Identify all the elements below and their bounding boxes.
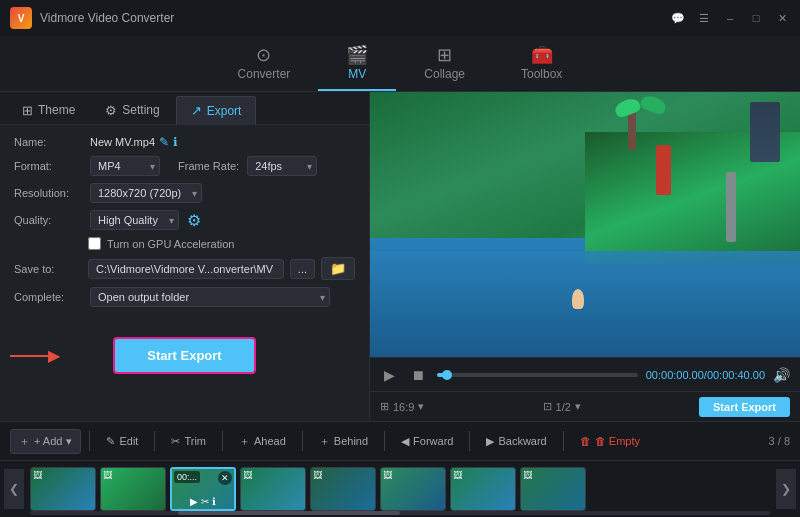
save-label: Save to: xyxy=(14,263,82,275)
player-row2: ⊞ 16:9 ▾ ⊡ 1/2 ▾ Start Export xyxy=(370,391,800,421)
resolution-dropdown[interactable]: 1280x720 (720p) xyxy=(90,183,202,203)
timeline-item-2[interactable]: 🖼 xyxy=(100,467,166,511)
thumb-img-icon-7: 🖼 xyxy=(453,470,462,480)
timeline-item-6[interactable]: 🖼 xyxy=(380,467,446,511)
right-panel: ▶ ⏹ 00:00:00.00/00:00:40.00 🔊 ⊞ 16:9 ▾ ⊡… xyxy=(370,92,800,421)
behind-icon: ＋ xyxy=(319,434,330,449)
close-button[interactable]: ✕ xyxy=(774,10,790,26)
save-row: Save to: ... 📁 xyxy=(14,257,355,280)
quality-label: Quality: xyxy=(14,214,82,226)
complete-row: Complete: Open output folder xyxy=(14,287,355,307)
forward-button[interactable]: ◀ Forward xyxy=(393,431,461,452)
frame-rate-label: Frame Rate: xyxy=(178,160,239,172)
stop-button[interactable]: ⏹ xyxy=(407,365,429,385)
thumb-img-icon-2: 🖼 xyxy=(103,470,112,480)
format-dropdown[interactable]: MP4 xyxy=(90,156,160,176)
forward-label: Forward xyxy=(413,435,453,447)
divider-4 xyxy=(302,431,303,451)
behind-label: Behind xyxy=(334,435,368,447)
format-row: Format: MP4 Frame Rate: 24fps xyxy=(14,156,355,176)
add-button[interactable]: ＋ + Add ▾ xyxy=(10,429,81,454)
titlebar-left: V Vidmore Video Converter xyxy=(10,7,174,29)
thumb-cut-icon[interactable]: ✂ xyxy=(201,496,209,507)
quality-gear-button[interactable]: ⚙ xyxy=(187,211,201,230)
sub-tab-setting[interactable]: ⚙ Setting xyxy=(91,96,173,124)
nav-tabs: ⊙ Converter 🎬 MV ⊞ Collage 🧰 Toolbox xyxy=(0,36,800,92)
timeline-item-5[interactable]: 🖼 xyxy=(310,467,376,511)
frame-rate-dropdown[interactable]: 24fps xyxy=(247,156,317,176)
main-area: ⊞ Theme ⚙ Setting ↗ Export Name: New MV.… xyxy=(0,92,800,421)
tab-collage-label: Collage xyxy=(424,67,465,81)
speed-value: 1/2 xyxy=(556,401,571,413)
thumb-img-icon-4: 🖼 xyxy=(243,470,252,480)
thumb-controls-3: ▶ ✂ ℹ xyxy=(190,496,216,507)
start-export-button[interactable]: Start Export xyxy=(113,337,255,374)
backward-button[interactable]: ▶ Backward xyxy=(478,431,554,452)
start-export-small-button[interactable]: Start Export xyxy=(699,397,790,417)
complete-label: Complete: xyxy=(14,291,82,303)
collage-icon: ⊞ xyxy=(437,46,452,64)
timeline-item-8[interactable]: 🖼 xyxy=(520,467,586,511)
toolbar-left: ＋ + Add ▾ ✎ Edit ✂ Trim ＋ Ahead ＋ Behind… xyxy=(10,429,648,454)
save-path-input[interactable] xyxy=(88,259,284,279)
timeline-item-3[interactable]: ✕ 00:... ▶ ✂ ℹ xyxy=(170,467,236,511)
setting-icon: ⚙ xyxy=(105,103,117,118)
trim-icon: ✂ xyxy=(171,435,180,448)
ratio-selector: ⊞ 16:9 ▾ xyxy=(380,400,424,413)
tab-mv[interactable]: 🎬 MV xyxy=(318,38,396,91)
resolution-row: Resolution: 1280x720 (720p) xyxy=(14,183,355,203)
save-browse-button[interactable]: ... xyxy=(290,259,315,279)
trim-label: Trim xyxy=(184,435,206,447)
tab-toolbox-label: Toolbox xyxy=(521,67,562,81)
save-folder-button[interactable]: 📁 xyxy=(321,257,355,280)
tab-converter[interactable]: ⊙ Converter xyxy=(210,38,319,91)
complete-dropdown[interactable]: Open output folder xyxy=(90,287,330,307)
speed-dropdown-button[interactable]: ▾ xyxy=(575,400,581,413)
timeline-item-7[interactable]: 🖼 xyxy=(450,467,516,511)
speed-selector: ⊡ 1/2 ▾ xyxy=(543,400,581,413)
name-text: New MV.mp4 xyxy=(90,136,155,148)
gpu-checkbox[interactable] xyxy=(88,237,101,250)
name-edit-icon[interactable]: ✎ xyxy=(159,135,169,149)
play-button[interactable]: ▶ xyxy=(380,365,399,385)
timeline-prev-button[interactable]: ❮ xyxy=(4,469,24,509)
behind-button[interactable]: ＋ Behind xyxy=(311,430,376,453)
divider-2 xyxy=(154,431,155,451)
divider-3 xyxy=(222,431,223,451)
tab-toolbox[interactable]: 🧰 Toolbox xyxy=(493,38,590,91)
edit-button[interactable]: ✎ Edit xyxy=(98,431,146,452)
name-info-icon[interactable]: ℹ xyxy=(173,135,178,149)
divider-6 xyxy=(469,431,470,451)
timeline-item-1[interactable]: 🖼 xyxy=(30,467,96,511)
thumb-play-icon[interactable]: ▶ xyxy=(190,496,198,507)
maximize-button[interactable]: □ xyxy=(748,10,764,26)
sub-tab-theme[interactable]: ⊞ Theme xyxy=(8,96,89,124)
empty-button[interactable]: 🗑 🗑 Empty xyxy=(572,431,648,451)
toolbar-count: 3 / 8 xyxy=(769,435,790,447)
trim-button[interactable]: ✂ Trim xyxy=(163,431,214,452)
format-label: Format: xyxy=(14,160,82,172)
divider-7 xyxy=(563,431,564,451)
time-display: 00:00:00.00/00:00:40.00 xyxy=(646,369,765,381)
ahead-button[interactable]: ＋ Ahead xyxy=(231,430,294,453)
export-icon: ↗ xyxy=(191,103,202,118)
toolbar: ＋ + Add ▾ ✎ Edit ✂ Trim ＋ Ahead ＋ Behind… xyxy=(0,421,800,461)
minimize-button[interactable]: – xyxy=(722,10,738,26)
timeline-item-4[interactable]: 🖼 xyxy=(240,467,306,511)
menu-button[interactable]: ☰ xyxy=(696,10,712,26)
timeline-next-button[interactable]: ❯ xyxy=(776,469,796,509)
app-title: Vidmore Video Converter xyxy=(40,11,174,25)
thumb-info-icon[interactable]: ℹ xyxy=(212,496,216,507)
sub-tab-setting-label: Setting xyxy=(122,103,159,117)
tab-collage[interactable]: ⊞ Collage xyxy=(396,38,493,91)
chat-button[interactable]: 💬 xyxy=(670,10,686,26)
progress-bar[interactable] xyxy=(437,373,638,377)
ratio-dropdown-button[interactable]: ▾ xyxy=(418,400,424,413)
scrollbar-thumb[interactable] xyxy=(178,511,400,515)
edit-icon: ✎ xyxy=(106,435,115,448)
aspect-icon: ⊞ xyxy=(380,400,389,413)
quality-dropdown[interactable]: High Quality xyxy=(90,210,179,230)
volume-button[interactable]: 🔊 xyxy=(773,367,790,383)
add-icon: ＋ xyxy=(19,434,30,449)
sub-tab-export[interactable]: ↗ Export xyxy=(176,96,257,124)
